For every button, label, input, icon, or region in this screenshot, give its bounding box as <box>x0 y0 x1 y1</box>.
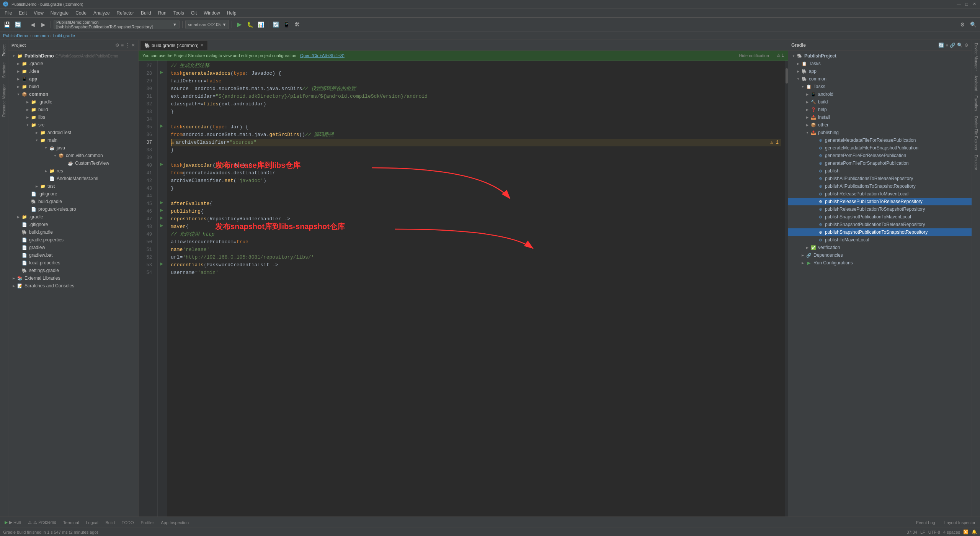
tree-item-java[interactable]: ▼ ☕ java <box>8 144 138 152</box>
fold-45-icon[interactable]: ▶ <box>160 200 163 205</box>
todo-tab[interactable]: TODO <box>119 518 137 527</box>
gradle-search-icon[interactable]: 🔍 <box>957 43 963 48</box>
gradle-task-publishAllSnapshot[interactable]: ▶ ⚙ publishAllPublicationsToSnapshotRepo… <box>788 182 972 190</box>
tree-item-build-root[interactable]: ▶ 📁 build <box>8 83 138 90</box>
gradle-task-publishAllRelease[interactable]: ▶ ⚙ publishAllPublicationsToReleaseRepos… <box>788 175 972 182</box>
tree-item-src[interactable]: ▼ 📁 src <box>8 121 138 129</box>
fold-46-icon[interactable]: ▶ <box>160 208 163 213</box>
back-button[interactable]: ◀ <box>28 20 37 29</box>
gradle-item-tasks-root[interactable]: ▶ 📋 Tasks <box>788 60 972 67</box>
menu-tools[interactable]: Tools <box>170 10 187 16</box>
indentation[interactable]: 4 spaces <box>943 530 960 534</box>
gradle-task-publishReleaseMavenLocal[interactable]: ▶ ⚙ publishReleasePublicationToMavenLoca… <box>788 190 972 198</box>
gradle-settings-icon[interactable]: ⚙ <box>964 43 969 48</box>
notifications-icon[interactable]: 🔔 <box>972 529 977 534</box>
event-log-tab[interactable]: Event Log <box>913 518 938 527</box>
breadcrumb-module[interactable]: common <box>33 33 49 38</box>
sidebar-close-icon[interactable]: ✕ <box>131 43 135 48</box>
notification-dismiss[interactable]: Hide notification <box>739 53 769 58</box>
emulator-tab[interactable]: Emulator <box>973 153 979 172</box>
tree-item-package[interactable]: ▼ 📦 com.viifo.common <box>8 152 138 159</box>
menu-run[interactable]: Run <box>155 10 170 16</box>
debug-button[interactable]: 🐛 <box>245 20 255 29</box>
menu-code[interactable]: Code <box>72 10 90 16</box>
profile-button[interactable]: 📊 <box>256 20 265 29</box>
favorites-tab[interactable]: Favorites <box>973 94 979 113</box>
run-button[interactable]: ▶ <box>235 20 244 29</box>
minimize-button[interactable]: — <box>956 2 962 7</box>
encoding[interactable]: UTF-8 <box>928 530 940 534</box>
gradle-item-install[interactable]: ▶ 📥 install <box>788 113 972 121</box>
gradle-task-generatePomRelease[interactable]: ▶ ⚙ generatePomFileForReleasePublication <box>788 152 972 159</box>
tree-item-libs[interactable]: ▶ 📁 libs <box>8 113 138 121</box>
tree-item-gradlew[interactable]: ▶ 📄 gradlew <box>8 244 138 251</box>
gutter-47[interactable]: ▶ <box>158 214 167 221</box>
fold-53-icon[interactable]: ▶ <box>160 261 163 266</box>
gradle-item-android[interactable]: ▶ 📱 android <box>788 90 972 98</box>
tree-item-common[interactable]: ▼ 📦 common <box>8 90 138 98</box>
line-ending[interactable]: LF <box>920 530 925 534</box>
gradle-task-generateMetadataRelease[interactable]: ▶ ⚙ generateMetadataFileForReleasePublic… <box>788 136 972 144</box>
gradle-link-icon[interactable]: 🔗 <box>950 43 956 48</box>
structure-panel-tab[interactable]: Structure <box>1 61 7 80</box>
run-tab[interactable]: ▶ ▶ Run <box>2 518 24 527</box>
code-content[interactable]: // 生成文档注释 task generateJavadocs ( type :… <box>167 61 785 516</box>
title-bar-controls[interactable]: — □ ✕ <box>956 2 977 7</box>
gradle-item-common[interactable]: ▼ 🐘 common <box>788 75 972 83</box>
tree-item-gradle-props[interactable]: ▶ 📄 gradle.properties <box>8 236 138 244</box>
fold-47-icon[interactable]: ▶ <box>160 215 163 220</box>
fold-28-icon[interactable]: ▶ <box>160 70 163 75</box>
menu-file[interactable]: File <box>2 10 15 16</box>
fold-48-icon[interactable]: ▶ <box>160 223 163 228</box>
tree-item-common-gradle[interactable]: ▶ 📁 .gradle <box>8 98 138 106</box>
tree-item-gradle[interactable]: ▶ 📁 .gradle <box>8 60 138 67</box>
save-button[interactable]: 💾 <box>2 20 11 29</box>
gutter-40[interactable]: ▶ <box>158 160 167 168</box>
menu-window[interactable]: Window <box>201 10 223 16</box>
tree-item-build-gradle-common[interactable]: ▶ 🐘 build.gradle <box>8 198 138 205</box>
profiler-tab[interactable]: Profiler <box>137 518 157 527</box>
gutter-46[interactable]: ▶ <box>158 206 167 214</box>
menu-refactor[interactable]: Refactor <box>114 10 137 16</box>
device-dropdown[interactable]: smartisan OD105 ▼ <box>185 20 229 29</box>
maximize-button[interactable]: □ <box>964 2 969 7</box>
app-inspection-tab[interactable]: App Inspection <box>158 518 192 527</box>
gradle-item-run-configs[interactable]: ▶ ▶ Run Configurations <box>788 259 972 267</box>
tree-item-external-libraries[interactable]: ▶ 📚 External Libraries <box>8 274 138 282</box>
layout-inspector-tab[interactable]: Layout Inspector <box>941 518 978 527</box>
gradle-task-generateMetadataSnapshot[interactable]: ▶ ⚙ generateMetadataFileForSnapshotPubli… <box>788 144 972 152</box>
code-editor[interactable]: 27 28 29 30 31 32 33 34 35 36 37 38 39 4… <box>139 61 788 516</box>
assistant-tab[interactable]: Assistant <box>973 74 979 93</box>
tree-item-publishdemo[interactable]: ▼ 📁 PublishDemo C:\WorkSpace\Android\Pub… <box>8 52 138 60</box>
notification-open-link[interactable]: Open (Ctrl+Alt+Shift+S) <box>300 53 345 58</box>
gradle-item-app[interactable]: ▶ 🐘 app <box>788 67 972 75</box>
gradle-expand-icon[interactable]: ≡ <box>946 43 948 48</box>
tree-item-scratches[interactable]: ▶ 📝 Scratches and Consoles <box>8 282 138 290</box>
menu-build[interactable]: Build <box>138 10 154 16</box>
gradle-item-other[interactable]: ▶ 📦 other <box>788 121 972 129</box>
build-tab[interactable]: Build <box>102 518 118 527</box>
sidebar-collapse-icon[interactable]: ≡ <box>121 43 124 48</box>
avd-button[interactable]: 📱 <box>282 20 291 29</box>
gradle-task-publishSnapshotMavenLocal[interactable]: ▶ ⚙ publishSnapshotPublicationToMavenLoc… <box>788 213 972 221</box>
tree-item-proguard[interactable]: ▶ 📄 proguard-rules.pro <box>8 205 138 213</box>
breadcrumb-file[interactable]: build.gradle <box>53 33 75 38</box>
gutter-35[interactable]: ▶ <box>158 122 167 129</box>
fold-35-icon[interactable]: ▶ <box>160 123 163 128</box>
tree-item-common-build[interactable]: ▶ 📁 build <box>8 106 138 113</box>
menu-help[interactable]: Help <box>224 10 240 16</box>
gutter-48[interactable]: ▶ <box>158 221 167 229</box>
fold-40-icon[interactable]: ▶ <box>160 162 163 167</box>
gradle-task-publishReleaseRelease[interactable]: ▶ ⚙ publishReleasePublicationToReleaseRe… <box>788 198 972 205</box>
project-config-dropdown[interactable]: PublishDemo:common [publishSnapshotPubli… <box>54 20 180 29</box>
search-button[interactable]: 🔍 <box>969 20 978 29</box>
gutter-53[interactable]: ▶ <box>158 260 167 267</box>
gradle-task-publish[interactable]: ▶ ⚙ publish <box>788 167 972 175</box>
menu-view[interactable]: View <box>31 10 47 16</box>
sidebar-gear-icon[interactable]: ⋮ <box>125 43 130 48</box>
gradle-task-publishReleaseSnapshot[interactable]: ▶ ⚙ publishReleasePublicationToSnapshotR… <box>788 205 972 213</box>
gradle-task-generatePomSnapshot[interactable]: ▶ ⚙ generatePomFileForSnapshotPublicatio… <box>788 159 972 167</box>
gradle-item-help[interactable]: ▶ ❓ help <box>788 106 972 113</box>
tree-item-gradlew-bat[interactable]: ▶ 📄 gradlew.bat <box>8 251 138 259</box>
gradle-item-verification[interactable]: ▶ ✅ verification <box>788 244 972 251</box>
